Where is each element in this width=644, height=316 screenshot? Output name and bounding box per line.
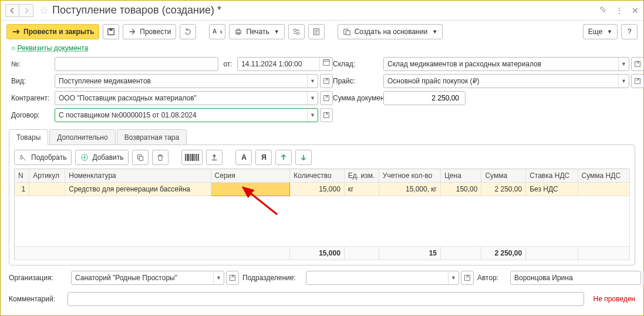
more-button[interactable]: Еще ▼ (583, 24, 618, 39)
print-button[interactable]: Печать ▼ (229, 24, 284, 39)
create-based-label: Создать на основании (355, 28, 428, 36)
dept-open-button[interactable] (461, 271, 474, 285)
org-open-button[interactable] (226, 271, 239, 285)
titlebar: ☆ Поступление товаров (создание) * ⋮ ✕ (1, 1, 643, 21)
date-value: 14.11.2024 1:00:00 (238, 60, 319, 68)
docsum-value (383, 91, 466, 105)
close-icon[interactable]: ✕ (632, 6, 639, 15)
col-vat-rate[interactable]: Ставка НДС (526, 169, 578, 183)
requisites-link[interactable]: Реквизиты документа (18, 44, 89, 52)
upload-button[interactable] (206, 150, 222, 165)
col-series[interactable]: Серия (211, 169, 290, 183)
chevron-down-icon[interactable]: ▼ (307, 75, 318, 88)
cell-unit[interactable]: кг (344, 183, 379, 196)
cell-n[interactable]: 1 (15, 183, 29, 196)
col-vat-sum[interactable]: Сумма НДС (578, 169, 629, 183)
move-up-button[interactable] (275, 150, 292, 165)
table-header-row: N Артикул Номенклатура Серия Количество … (15, 169, 630, 183)
post-and-close-button[interactable]: Провести и закрыть (6, 24, 99, 39)
date-field[interactable]: 14.11.2024 1:00:00 (237, 57, 333, 71)
chevron-down-icon[interactable]: ▼ (213, 271, 224, 284)
col-article[interactable]: Артикул (29, 169, 65, 183)
counterparty-open-button[interactable] (320, 91, 333, 105)
settings-button[interactable] (288, 24, 305, 39)
link-icon[interactable] (599, 5, 607, 15)
chevron-down-icon[interactable]: ▼ (448, 271, 458, 284)
barcode-button[interactable] (181, 150, 203, 165)
pricelist-open-button[interactable] (631, 74, 644, 88)
chevron-down-icon[interactable]: ▼ (307, 92, 318, 105)
cell-price[interactable]: 150,00 (440, 183, 481, 196)
svg-rect-3 (237, 29, 240, 31)
org-value: Санаторий "Родные Просторы" (72, 274, 213, 282)
nav-forward-button[interactable] (19, 4, 33, 17)
cell-acc-qty[interactable]: 15,000, кг (379, 183, 440, 196)
pick-button[interactable]: Подобрать (14, 150, 72, 165)
more-label: Еще (588, 28, 602, 36)
cell-sum[interactable]: 2 250,00 (481, 183, 526, 196)
undo-post-button[interactable] (180, 24, 196, 39)
chevron-down-icon[interactable]: ▼ (307, 109, 318, 122)
delete-row-button[interactable] (152, 150, 168, 165)
cell-nomenclature[interactable]: Средство для регенерации бассейна (65, 183, 211, 196)
tab-additional[interactable]: Дополнительно (49, 129, 115, 145)
save-button[interactable] (103, 24, 119, 39)
cell-vat-rate[interactable]: Без НДС (526, 183, 578, 196)
warehouse-combo[interactable]: Склад медикаментов и расходных материало… (383, 57, 629, 71)
type-open-button[interactable] (320, 74, 333, 88)
col-unit[interactable]: Ед. изм. (344, 169, 379, 183)
author-combo[interactable]: Воронцова Ирина (510, 271, 641, 285)
window: ☆ Поступление товаров (создание) * ⋮ ✕ П… (0, 0, 644, 316)
chevron-down-icon[interactable]: ▼ (618, 75, 629, 88)
comment-input[interactable] (68, 292, 584, 306)
col-acc-qty[interactable]: Учетное кол-во (379, 169, 440, 183)
tab-goods[interactable]: Товары (9, 129, 48, 145)
cell-qty[interactable]: 15,000 (290, 183, 345, 196)
chevron-down-icon[interactable]: ▼ (618, 58, 629, 70)
post-label: Провести (140, 28, 171, 36)
goods-table[interactable]: N Артикул Номенклатура Серия Количество … (14, 169, 630, 260)
kebab-icon[interactable]: ⋮ (615, 6, 623, 15)
form-area: №: от: 14.11.2024 1:00:00 Склад: Склад м… (1, 57, 643, 122)
report-button[interactable] (308, 24, 325, 39)
nav-back-button[interactable] (5, 4, 19, 17)
main-toolbar: Провести и закрыть Провести Ак Печать ▼ … (1, 21, 643, 43)
table-empty-area[interactable] (15, 196, 630, 247)
status-not-posted: Не проведен (588, 295, 635, 303)
dept-combo[interactable]: ▼ (306, 271, 459, 285)
cell-series[interactable] (211, 183, 290, 196)
col-price[interactable]: Цена (440, 169, 481, 183)
pricelist-label: Прайс: (333, 77, 383, 85)
col-qty[interactable]: Количество (290, 169, 345, 183)
table-row[interactable]: 1 Средство для регенерации бассейна 15,0… (15, 183, 630, 196)
counterparty-combo[interactable]: ООО "Поставщик расходных материалов" ▼ (55, 91, 318, 105)
contract-open-button[interactable] (320, 108, 333, 122)
type-combo[interactable]: Поступление медикаментов ▼ (55, 74, 318, 88)
text-format-button[interactable]: Ак (209, 24, 225, 39)
calendar-icon[interactable] (319, 58, 332, 70)
copy-row-button[interactable] (132, 150, 149, 165)
col-nomenclature[interactable]: Номенклатура (65, 169, 211, 183)
col-sum[interactable]: Сумма (481, 169, 526, 183)
help-button[interactable]: ? (621, 24, 638, 39)
cell-vat-sum[interactable] (578, 183, 629, 196)
create-based-button[interactable]: Создать на основании ▼ (338, 24, 443, 39)
num-input[interactable] (55, 57, 218, 71)
sort-za-button[interactable]: Я (255, 150, 272, 165)
tab-tare[interactable]: Возвратная тара (117, 129, 187, 145)
author-value: Воронцова Ирина (511, 274, 640, 282)
cell-article[interactable] (29, 183, 65, 196)
org-combo[interactable]: Санаторий "Родные Просторы" ▼ (71, 271, 224, 285)
favorite-star-icon[interactable]: ☆ (39, 4, 49, 17)
col-n[interactable]: N (15, 169, 29, 183)
counterparty-value: ООО "Поставщик расходных материалов" (55, 94, 307, 102)
pricelist-combo[interactable]: Основной прайс покупок (₽) ▼ (383, 74, 629, 88)
warehouse-open-button[interactable] (631, 57, 644, 71)
add-button[interactable]: Добавить (75, 150, 129, 165)
svg-rect-9 (346, 31, 350, 35)
move-down-button[interactable] (295, 150, 312, 165)
contract-combo[interactable]: С поставщиком №00000015 от 01.08.2024 ▼ (55, 108, 318, 122)
warehouse-value: Склад медикаментов и расходных материало… (384, 60, 618, 68)
post-button[interactable]: Провести (123, 24, 176, 39)
sort-az-button[interactable]: А (235, 150, 252, 165)
